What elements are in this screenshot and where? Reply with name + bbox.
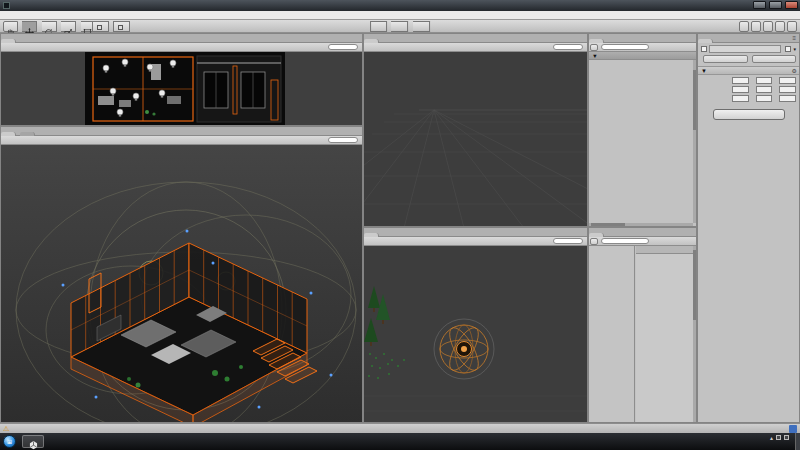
scale-z-input[interactable] <box>779 95 796 102</box>
sphere-canvas <box>364 246 587 422</box>
scene-view-mid-bottom <box>363 227 588 423</box>
warning-icon: ⚠ <box>3 424 9 434</box>
project-vscrollbar[interactable] <box>693 246 696 422</box>
scrollbar-thumb[interactable] <box>693 70 696 130</box>
step-button[interactable] <box>413 21 430 32</box>
tab-strip <box>1 34 362 43</box>
hand-tool-icon[interactable] <box>3 21 18 32</box>
main-toolbar <box>0 20 800 33</box>
scene-viewport-sphere[interactable] <box>364 246 587 422</box>
taskbar-unity-button[interactable] <box>22 435 44 448</box>
scene-view-main <box>0 126 363 423</box>
tab-strip <box>364 34 587 43</box>
grid-canvas <box>364 52 587 226</box>
show-desktop-button[interactable] <box>795 433 800 450</box>
rotation-x-input[interactable] <box>732 86 749 93</box>
hierarchy-hscrollbar[interactable] <box>589 223 693 226</box>
panel-menu-icon[interactable]: ≡ <box>792 34 796 43</box>
tray-expand-icon[interactable]: ▴ <box>770 434 773 441</box>
name-field[interactable] <box>709 45 781 53</box>
toolbar-right-group <box>739 21 797 32</box>
project-panel <box>588 227 697 423</box>
tag-dropdown[interactable] <box>703 55 748 63</box>
collab-dropdown[interactable] <box>739 21 749 32</box>
inspector-body: ▾ ▼ ⚙ <box>698 43 799 422</box>
tab-strip <box>589 228 696 237</box>
title-bar[interactable] <box>0 0 800 11</box>
background-jobs-badge[interactable] <box>789 425 797 433</box>
gameobject-header-row: ▾ <box>701 45 796 53</box>
add-component-button[interactable] <box>713 109 785 120</box>
hierarchy-panel: ▼ <box>588 33 697 227</box>
scene-search-input[interactable] <box>553 44 583 50</box>
tag-layer-row <box>701 55 796 63</box>
tab-strip: ≡ <box>698 34 799 43</box>
asset-grid <box>636 254 693 422</box>
minimize-button[interactable] <box>753 1 766 9</box>
unity-app-icon <box>3 2 10 9</box>
hierarchy-toolbar <box>589 43 696 52</box>
scene-toolbar <box>364 237 587 246</box>
pivot-icon <box>97 25 102 30</box>
system-tray: ▴ <box>770 434 792 441</box>
hierarchy-vscrollbar[interactable] <box>693 60 696 223</box>
position-x-input[interactable] <box>732 77 749 84</box>
network-icon[interactable] <box>776 435 781 440</box>
unity-editor-window: ▼ ≡ <box>0 0 800 450</box>
scene-search-input[interactable] <box>328 44 358 50</box>
pause-button[interactable] <box>392 21 409 32</box>
scene-view-mid-top <box>363 33 588 227</box>
maximize-button[interactable] <box>769 1 782 9</box>
static-dropdown-icon[interactable]: ▾ <box>793 46 796 52</box>
volume-icon[interactable] <box>784 435 789 440</box>
rotate-tool-icon[interactable] <box>42 21 57 32</box>
project-folder-tree <box>589 246 635 422</box>
create-dropdown[interactable] <box>590 238 598 245</box>
static-checkbox[interactable] <box>785 46 791 52</box>
scene-header[interactable]: ▼ <box>589 52 696 60</box>
scale-row <box>701 95 796 102</box>
iso-canvas <box>1 145 362 422</box>
layout-dropdown[interactable] <box>787 21 797 32</box>
unity-logo-icon <box>28 440 39 450</box>
play-button[interactable] <box>370 21 387 32</box>
tab-strip <box>589 34 696 43</box>
breadcrumb[interactable] <box>636 246 693 254</box>
scene-search-input[interactable] <box>328 137 358 143</box>
gizmos-group <box>547 43 585 51</box>
scene-view-top <box>0 33 363 126</box>
active-checkbox[interactable] <box>701 46 707 52</box>
scale-tool-icon[interactable] <box>61 21 76 32</box>
hierarchy-search-input[interactable] <box>601 44 649 50</box>
close-button[interactable] <box>785 1 798 9</box>
rotation-z-input[interactable] <box>779 86 796 93</box>
component-gear-icon[interactable]: ⚙ <box>792 67 797 76</box>
account-dropdown[interactable] <box>763 21 773 32</box>
move-tool-icon[interactable] <box>22 21 37 32</box>
status-bar[interactable]: ⚠ <box>0 423 800 433</box>
scene-viewport-topdown[interactable] <box>1 52 362 125</box>
pivot-center-toggle[interactable] <box>92 21 109 32</box>
layers-dropdown[interactable] <box>775 21 785 32</box>
gizmos-group <box>322 43 360 51</box>
cloud-icon[interactable] <box>751 21 761 32</box>
scrollbar-thumb[interactable] <box>591 223 625 226</box>
pivot-local-toggle[interactable] <box>113 21 130 32</box>
start-button[interactable]: ⊞ <box>3 435 16 448</box>
menu-bar <box>0 11 800 20</box>
scene-search-input[interactable] <box>553 238 583 244</box>
scale-x-input[interactable] <box>732 95 749 102</box>
gizmos-group <box>322 136 360 144</box>
windows-taskbar: ⊞ ▴ <box>0 433 800 450</box>
transform-component-header[interactable]: ▼ ⚙ <box>698 66 799 75</box>
position-y-input[interactable] <box>756 77 773 84</box>
layer-dropdown[interactable] <box>752 55 797 63</box>
create-dropdown[interactable] <box>590 44 598 51</box>
scene-viewport-empty[interactable] <box>364 52 587 226</box>
position-z-input[interactable] <box>779 77 796 84</box>
rotation-y-input[interactable] <box>756 86 773 93</box>
scene-viewport-iso[interactable] <box>1 145 362 422</box>
scrollbar-thumb[interactable] <box>693 250 696 320</box>
scale-y-input[interactable] <box>756 95 773 102</box>
project-search-input[interactable] <box>601 238 649 244</box>
